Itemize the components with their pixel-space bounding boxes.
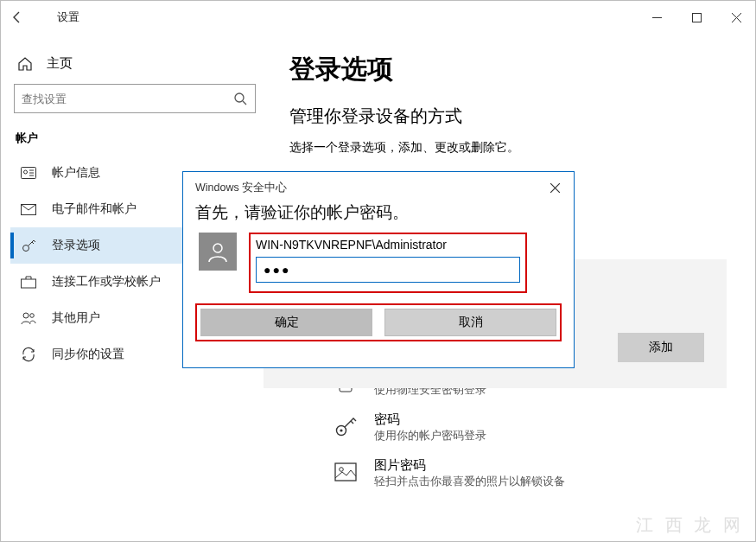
sidebar-section-label: 帐户 xyxy=(16,131,255,146)
dialog-title: Windows 安全中心 xyxy=(195,181,287,195)
add-button[interactable]: 添加 xyxy=(618,333,704,362)
svg-point-2 xyxy=(235,93,244,102)
svg-rect-20 xyxy=(335,463,356,481)
sidebar-home[interactable]: 主页 xyxy=(10,50,255,84)
mail-icon xyxy=(21,204,36,215)
search-icon xyxy=(226,92,255,105)
search-box[interactable] xyxy=(14,84,256,113)
svg-point-10 xyxy=(23,245,29,252)
credential-dialog: Windows 安全中心 首先，请验证你的帐户密码。 WIN-N9TKVNREP… xyxy=(182,171,575,368)
option-sub: 轻扫并点击你最喜爱的照片以解锁设备 xyxy=(374,474,565,489)
content-desc: 选择一个登录选项，添加、更改或删除它。 xyxy=(289,140,747,156)
content-subtitle: 管理你登录设备的方式 xyxy=(289,105,747,128)
sidebar-item-label: 其他用户 xyxy=(52,310,100,326)
svg-point-22 xyxy=(213,244,222,252)
svg-point-19 xyxy=(340,429,342,431)
users-icon xyxy=(21,311,36,325)
ok-button[interactable]: 确定 xyxy=(200,309,372,336)
credential-highlight: WIN-N9TKVNREPNF\Administrator xyxy=(249,233,527,293)
option-password[interactable]: 密码 使用你的帐户密码登录 xyxy=(289,405,747,450)
sidebar-item-label: 电子邮件和帐户 xyxy=(52,201,137,217)
sidebar-home-label: 主页 xyxy=(47,55,73,72)
svg-line-3 xyxy=(243,101,246,105)
sidebar-item-label: 登录选项 xyxy=(52,238,100,253)
key-large-icon xyxy=(333,411,359,441)
svg-rect-11 xyxy=(22,279,36,288)
account-name: WIN-N9TKVNREPNF\Administrator xyxy=(256,238,520,252)
key-icon xyxy=(21,238,36,253)
briefcase-icon xyxy=(21,276,36,289)
password-input[interactable] xyxy=(256,257,520,283)
home-icon xyxy=(17,56,33,72)
picture-icon xyxy=(333,457,359,487)
sidebar-item-label: 同步你的设置 xyxy=(52,347,124,362)
dialog-heading: 首先，请验证你的帐户密码。 xyxy=(183,198,574,233)
svg-point-21 xyxy=(340,468,344,472)
dialog-close-button[interactable] xyxy=(544,177,565,198)
cancel-button[interactable]: 取消 xyxy=(384,309,556,336)
svg-point-5 xyxy=(24,170,28,174)
sidebar-item-label: 连接工作或学校帐户 xyxy=(52,274,161,290)
dialog-buttons-highlight: 确定 取消 xyxy=(195,303,562,341)
sidebar-item-label: 帐户信息 xyxy=(52,165,100,181)
svg-point-13 xyxy=(30,314,35,318)
sync-icon xyxy=(21,347,36,362)
page-title: 登录选项 xyxy=(289,52,747,87)
option-title: 图片密码 xyxy=(374,457,565,474)
option-picture-password[interactable]: 图片密码 轻扫并点击你最喜爱的照片以解锁设备 xyxy=(289,450,747,496)
search-input[interactable] xyxy=(15,85,226,112)
option-title: 密码 xyxy=(374,411,486,428)
user-avatar-icon xyxy=(199,233,237,271)
id-card-icon xyxy=(21,167,36,179)
option-sub: 使用你的帐户密码登录 xyxy=(374,428,486,443)
svg-point-12 xyxy=(23,313,29,318)
